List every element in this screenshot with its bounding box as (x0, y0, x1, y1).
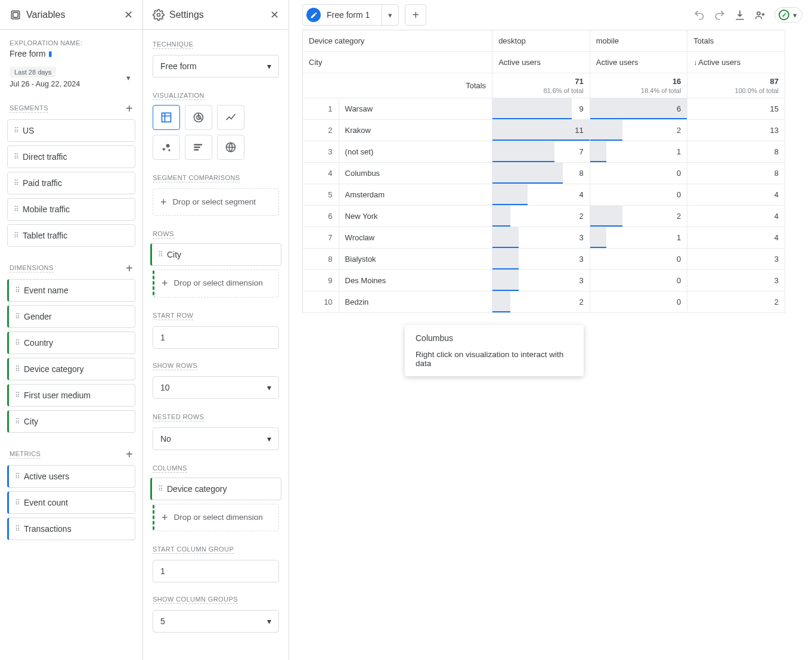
start-col-label: START COLUMN GROUP (153, 546, 234, 554)
undo-button[interactable] (693, 9, 705, 21)
row-city: Krakow (339, 120, 492, 141)
chip[interactable]: ⠿Country (7, 331, 135, 354)
svg-point-8 (168, 149, 170, 151)
table-row[interactable]: 2Krakow11213 (303, 120, 785, 141)
start-row-label: START ROW (153, 312, 193, 320)
technique-select[interactable]: Free form ▾ (153, 55, 279, 78)
add-metric-button[interactable]: + (126, 448, 133, 460)
row-city: Bedzin (339, 292, 492, 313)
viz-scatter-button[interactable] (153, 135, 180, 160)
chip[interactable]: ⠿Paid traffic (7, 172, 135, 194)
start-row-input[interactable]: 1 (153, 326, 279, 349)
chip[interactable]: ⠿Device category (7, 358, 135, 380)
chip[interactable]: ⠿Transactions (7, 518, 135, 540)
exploration-tab[interactable]: Free form 1 ▾ (302, 4, 399, 26)
table-row[interactable]: 5Amsterdam404 (303, 184, 785, 206)
date-range-selector[interactable]: Last 28 days Jul 26 - Aug 22, 2024 ▾ (10, 67, 133, 88)
columns-dropzone[interactable]: + Drop or select dimension (153, 504, 279, 531)
main-area: Free form 1 ▾ + ✓ ▾ (289, 0, 812, 660)
exploration-name-label: EXPLORATION NAME: (10, 39, 133, 47)
header-metric-desktop[interactable]: Active users (492, 52, 590, 73)
technique-label: TECHNIQUE (153, 41, 193, 49)
table-row[interactable]: 3(not set)718 (303, 141, 785, 163)
table-row[interactable]: 7Wroclaw314 (303, 227, 785, 249)
metric-cell: 0 (590, 249, 687, 270)
add-tab-button[interactable]: + (405, 4, 426, 26)
drag-handle-icon: ⠿ (15, 417, 19, 426)
redo-button[interactable] (714, 9, 726, 21)
viz-bar-button[interactable] (185, 135, 212, 160)
columns-label: COLUMNS (153, 464, 187, 473)
variables-title: Variables (26, 10, 66, 20)
header-col-desktop[interactable]: desktop (492, 30, 590, 52)
metric-cell: 3 (492, 227, 590, 249)
chip[interactable]: ⠿City (7, 410, 135, 433)
close-settings-button[interactable]: ✕ (270, 10, 279, 20)
metric-cell: 4 (492, 184, 590, 206)
header-col-totals[interactable]: Totals (687, 30, 785, 52)
header-row-dimension[interactable]: Device category (303, 30, 492, 52)
exploration-name-input[interactable]: Free form ▮ (10, 49, 133, 58)
close-variables-button[interactable]: ✕ (124, 10, 133, 20)
header-city[interactable]: City (303, 52, 492, 73)
segment-dropzone[interactable]: + Drop or select segment (153, 188, 279, 216)
show-rows-select[interactable]: 10 ▾ (153, 376, 279, 399)
metric-cell: 4 (687, 184, 785, 206)
header-metric-totals[interactable]: ↓Active users (687, 52, 785, 73)
viz-geo-button[interactable] (217, 135, 244, 160)
metric-cell: 11 (492, 120, 590, 141)
svg-rect-1 (13, 12, 18, 17)
chip[interactable]: ⠿Gender (7, 305, 135, 328)
chip[interactable]: ⠿US (7, 119, 135, 142)
table-row[interactable]: 1Warsaw9615 (303, 98, 785, 120)
share-button[interactable] (754, 9, 766, 21)
chip[interactable]: ⠿Event name (7, 279, 135, 302)
table-row[interactable]: 8Bialystok303 (303, 249, 785, 270)
rows-dropzone[interactable]: + Drop or select dimension (153, 269, 279, 297)
add-dimension-button[interactable]: + (126, 262, 133, 274)
header-col-mobile[interactable]: mobile (590, 30, 687, 52)
tab-menu-button[interactable]: ▾ (382, 5, 398, 25)
status-indicator[interactable]: ✓ ▾ (774, 7, 802, 23)
chip[interactable]: ⠿Active users (7, 465, 135, 488)
metric-cell: 13 (687, 120, 785, 141)
metric-cell: 2 (590, 206, 687, 227)
header-metric-mobile[interactable]: Active users (590, 52, 687, 73)
tooltip-body: Right click on visualization to interact… (416, 350, 573, 368)
show-col-label: SHOW COLUMN GROUPS (153, 596, 238, 604)
row-index: 9 (303, 270, 339, 292)
viz-line-button[interactable] (217, 105, 244, 130)
svg-point-2 (157, 13, 160, 16)
download-button[interactable] (734, 9, 746, 21)
viz-table-button[interactable] (153, 105, 180, 130)
metric-cell: 0 (590, 292, 687, 313)
chip[interactable]: ⠿Event count (7, 491, 135, 514)
table-row[interactable]: 6New York224 (303, 206, 785, 227)
rows-chip-city[interactable]: ⠿ City (150, 243, 281, 266)
date-preset: Last 28 days (10, 67, 56, 78)
row-index: 5 (303, 184, 339, 206)
svg-rect-3 (162, 113, 171, 122)
columns-chip-device-category[interactable]: ⠿ Device category (150, 478, 281, 500)
metric-cell: 15 (687, 98, 785, 120)
table-row[interactable]: 9Des Moines303 (303, 270, 785, 292)
chip[interactable]: ⠿Tablet traffic (7, 224, 135, 247)
start-col-input[interactable]: 1 (153, 560, 279, 582)
metric-cell: 2 (492, 206, 590, 227)
row-city: Des Moines (339, 270, 492, 292)
chip[interactable]: ⠿Direct traffic (7, 145, 135, 168)
dimensions-label: DIMENSIONS (10, 264, 54, 272)
drag-handle-icon: ⠿ (14, 205, 18, 213)
add-segment-button[interactable]: + (126, 103, 133, 114)
show-col-select[interactable]: 5 ▾ (153, 610, 279, 633)
metric-cell: 8 (687, 163, 785, 184)
table-row[interactable]: 4Columbus808 (303, 163, 785, 184)
table-row[interactable]: 10Bedzin202 (303, 292, 785, 313)
viz-donut-button[interactable] (185, 105, 212, 130)
nested-rows-select[interactable]: No ▾ (153, 427, 279, 450)
sort-desc-icon: ↓ (693, 58, 697, 67)
metric-cell: 3 (492, 270, 590, 292)
chip[interactable]: ⠿First user medium (7, 384, 135, 407)
chevron-down-icon: ▾ (126, 73, 131, 82)
chip[interactable]: ⠿Mobile traffic (7, 198, 135, 221)
